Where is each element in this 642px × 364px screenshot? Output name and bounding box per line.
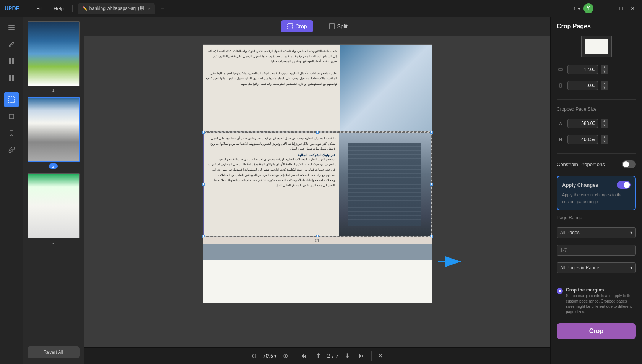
constrain-toggle[interactable] <box>622 160 636 168</box>
cropped-height-increment[interactable]: ▲ <box>601 135 608 139</box>
svg-rect-0 <box>8 25 15 26</box>
crop-tool-button[interactable]: Crop <box>281 20 313 32</box>
crop-margins-radio[interactable] <box>557 288 563 294</box>
sidebar-icon-edit[interactable] <box>4 37 19 52</box>
crop-margins-label: Crop the margins <box>566 287 636 293</box>
svg-rect-6 <box>12 61 14 64</box>
tab-close-button[interactable]: × <box>148 6 150 11</box>
crop-margins-description: Set up margin controls and apply to the … <box>566 293 636 315</box>
size-preview-container <box>557 36 636 60</box>
last-page-button[interactable]: ⏭ <box>356 351 368 361</box>
page-range-value: All Pages <box>560 230 580 235</box>
zoom-out-button[interactable]: ⊖ <box>249 351 260 361</box>
bottom-toolbar: ⊖ 70% ▾ ⊕ ⏮ ⬆ 2 / 7 ⬇ ⏭ ✕ <box>84 347 550 364</box>
cropped-height-label: H <box>557 137 564 142</box>
menu-help[interactable]: Help <box>50 4 67 13</box>
thumbnail-page-2[interactable]: 2 <box>25 95 82 170</box>
width-icon <box>557 67 564 72</box>
cropped-height-input[interactable] <box>567 135 598 144</box>
prev-page-button[interactable]: ⬆ <box>313 351 324 361</box>
sidebar-icon-convert[interactable] <box>4 70 19 86</box>
zoom-in-button[interactable]: ⊕ <box>280 351 291 361</box>
width-increment[interactable]: ▲ <box>601 65 608 70</box>
sidebar-icon-bookmark[interactable] <box>4 126 19 141</box>
svg-rect-20 <box>560 83 561 88</box>
cropped-height-spinners: ▲ ▼ <box>601 135 608 144</box>
height-increment[interactable]: ▲ <box>601 81 608 86</box>
section-divider-2 <box>557 153 636 154</box>
panel-title: Crop Pages <box>557 23 636 30</box>
page-range-type-chevron-icon: ▾ <box>630 265 632 270</box>
thumbnail-label-1: 1 <box>52 88 54 92</box>
apply-changes-toggle[interactable] <box>617 181 631 189</box>
svg-rect-7 <box>9 75 11 78</box>
height-decrement[interactable]: ▼ <box>601 86 608 90</box>
constrain-toggle-knob <box>623 161 629 167</box>
maximize-button[interactable]: □ <box>618 5 625 12</box>
size-preview <box>581 36 612 57</box>
cropped-height-row: H ▲ ▼ <box>557 135 636 144</box>
sidebar-icon-list[interactable] <box>4 53 19 69</box>
page-range-type-dropdown[interactable]: All Pages in Range ▾ <box>557 262 636 273</box>
tab-label: banking whitepapar-ar自用 <box>89 5 144 12</box>
sidebar <box>0 17 23 364</box>
cropped-width-increment[interactable]: ▲ <box>601 119 608 123</box>
svg-rect-2 <box>8 29 15 30</box>
sidebar-icon-attachment[interactable] <box>4 142 19 158</box>
cropped-width-row: W ▲ ▼ <box>557 119 636 128</box>
bottom-sep1 <box>294 351 294 361</box>
svg-rect-4 <box>12 58 14 61</box>
add-tab-button[interactable]: + <box>158 3 167 13</box>
close-viewer-button[interactable]: ✕ <box>375 351 386 361</box>
next-page-button[interactable]: ⬇ <box>342 351 353 361</box>
viewer-content: يتطلب البيئة التكنولوجية المعاصرة والدين… <box>84 36 550 347</box>
page-separator: / <box>332 353 334 359</box>
first-page-button[interactable]: ⏮ <box>297 351 310 361</box>
close-button[interactable]: ✕ <box>628 5 637 12</box>
thumbnail-page-1[interactable]: 1 <box>25 20 82 94</box>
width-input-row: ▲ ▼ <box>557 65 636 74</box>
svg-rect-12 <box>287 24 293 29</box>
revert-all-button[interactable]: Revert All <box>28 346 80 358</box>
document-page: يتطلب البيئة التكنولوجية المعاصرة والدين… <box>203 44 432 303</box>
avatar[interactable]: Y <box>583 3 593 13</box>
cropped-width-spinners: ▲ ▼ <box>601 119 608 128</box>
page-container: يتطلب البيئة التكنولوجية المعاصرة والدين… <box>203 44 432 303</box>
thumbnail-page-3[interactable]: 3 <box>25 172 82 246</box>
viewer-toolbar: Crop Split <box>84 17 550 36</box>
width-input[interactable] <box>567 65 598 74</box>
cropped-height-decrement[interactable]: ▼ <box>601 139 608 144</box>
width-decrement[interactable]: ▼ <box>601 70 608 74</box>
sidebar-icon-crop[interactable] <box>4 92 19 107</box>
active-tab[interactable]: ✏️ banking whitepapar-ar自用 × <box>78 3 155 14</box>
section-divider-3 <box>557 280 636 280</box>
page-range-chevron-icon: ▾ <box>630 230 632 235</box>
blue-arrow-indicator <box>436 252 466 273</box>
toolbar-separator <box>318 22 318 31</box>
height-input[interactable] <box>567 81 598 90</box>
svg-rect-8 <box>9 78 11 81</box>
crop-tool-label: Crop <box>295 23 307 29</box>
svg-rect-1 <box>8 27 15 28</box>
crop-button[interactable]: Crop <box>557 323 636 339</box>
constrain-proportions-row: Constrain Proportions <box>557 160 636 168</box>
cropped-width-input[interactable] <box>567 119 598 128</box>
zoom-dropdown-icon[interactable]: ▾ <box>274 353 277 359</box>
radio-dot <box>559 290 561 292</box>
svg-rect-3 <box>9 58 11 61</box>
height-spinners: ▲ ▼ <box>601 81 608 90</box>
page-range-dropdown[interactable]: All Pages ▾ <box>557 227 636 238</box>
split-tool-button[interactable]: Split <box>323 20 354 32</box>
current-page: 2 <box>327 353 330 359</box>
sidebar-icon-organize[interactable] <box>4 109 19 124</box>
document-viewer: Crop Split يتطلب البيئة التكن <box>84 17 550 364</box>
menu-file[interactable]: File <box>33 4 47 13</box>
titlebar-right: 1 ▾ Y — □ ✕ <box>573 3 637 13</box>
page-range-input[interactable] <box>557 245 636 256</box>
zoom-value: 70% <box>263 353 273 359</box>
sidebar-icon-home[interactable] <box>4 20 19 35</box>
main-layout: 1 2 3 Revert All Crop <box>0 17 642 364</box>
cropped-width-decrement[interactable]: ▼ <box>601 123 608 128</box>
minimize-button[interactable]: — <box>605 5 614 12</box>
thumbnail-image-3 <box>28 173 80 238</box>
